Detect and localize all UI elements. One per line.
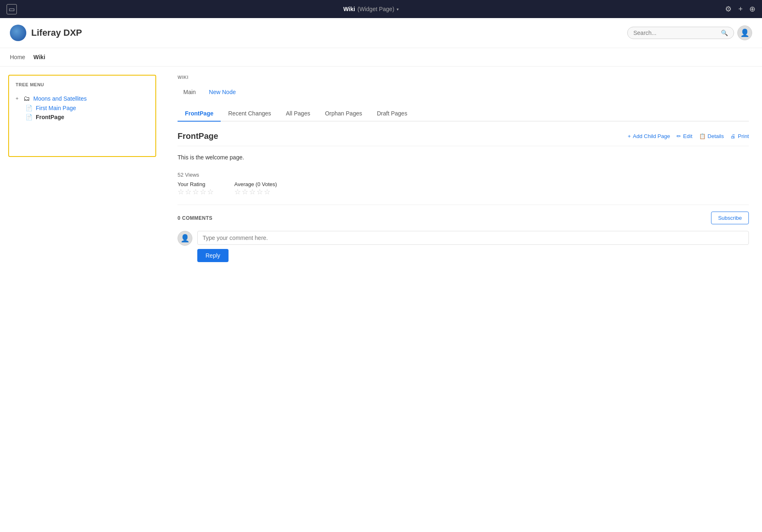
tab-frontpage[interactable]: FrontPage (178, 106, 221, 122)
brand-name: Liferay DXP (31, 28, 82, 38)
tab-orphan-pages[interactable]: Orphan Pages (318, 106, 369, 122)
folder-icon: 🗂 (23, 95, 30, 102)
details-label: Details (708, 133, 724, 139)
page-title: FrontPage (178, 131, 218, 141)
search-icon[interactable]: 🔍 (721, 30, 728, 36)
comments-count: 0 COMMENTS (178, 215, 212, 221)
edit-icon: ✏ (677, 133, 681, 139)
node-tabs: Main New Node (178, 86, 749, 98)
nav-wiki[interactable]: Wiki (33, 52, 45, 62)
tree-item-first-main[interactable]: 📄 First Main Page (25, 104, 149, 113)
average-rating-label: Average (0 Votes) (234, 181, 277, 187)
details-icon: 📋 (699, 133, 706, 139)
tab-draft-pages[interactable]: Draft Pages (369, 106, 415, 122)
search-input[interactable] (633, 30, 721, 36)
tab-recent-changes[interactable]: Recent Changes (221, 106, 278, 122)
tree-link-first-main[interactable]: First Main Page (36, 105, 76, 111)
nav-bar: Home Wiki (0, 48, 762, 67)
comment-input-box: Reply (197, 231, 749, 262)
wiki-content: WIKI Main New Node FrontPage Recent Chan… (164, 67, 762, 532)
page-title-row: FrontPage + Add Child Page ✏ Edit 📋 Deta… (178, 131, 749, 146)
views-count: 52 Views (178, 172, 749, 178)
tree-add-icon: + (16, 96, 18, 101)
page-tabs: FrontPage Recent Changes All Pages Orpha… (178, 106, 749, 122)
your-rating-label: Your Rating (178, 181, 215, 187)
header: Liferay DXP 🔍 👤 (0, 18, 762, 48)
print-icon: 🖨 (730, 133, 736, 139)
comment-input-row: 👤 Reply (178, 231, 749, 262)
top-bar-wiki-title: Wiki (343, 6, 355, 12)
tree-indent: 📄 First Main Page 📄 FrontPage (16, 104, 149, 122)
search-box: 🔍 (627, 27, 734, 39)
rating-row: Your Rating ☆☆☆☆☆ Average (0 Votes) ☆☆☆☆… (178, 181, 749, 196)
settings-icon[interactable]: ⚙ (725, 5, 732, 14)
page-content-text: This is the welcome page. (178, 153, 749, 162)
average-rating-stars[interactable]: ☆☆☆☆☆ (234, 187, 277, 196)
user-icon: 👤 (740, 28, 749, 37)
comment-input[interactable] (197, 231, 749, 245)
your-rating-stars[interactable]: ☆☆☆☆☆ (178, 187, 215, 196)
tree-menu-label: TREE MENU (16, 82, 149, 87)
target-icon[interactable]: ⊕ (749, 5, 755, 14)
details-link[interactable]: 📋 Details (699, 133, 724, 139)
wiki-section-label: WIKI (178, 75, 749, 80)
top-bar-dropdown-arrow[interactable]: ▾ (397, 7, 399, 12)
sidebar-toggle-button[interactable]: ▭ (7, 4, 17, 14)
add-child-label: Add Child Page (633, 133, 670, 139)
brand-logo (10, 25, 26, 41)
top-bar: ▭ Wiki (Widget Page) ▾ ⚙ + ⊕ (0, 0, 762, 18)
tree-link-moons[interactable]: Moons and Satellites (33, 95, 87, 102)
brand: Liferay DXP (10, 25, 82, 41)
add-child-icon: + (628, 133, 631, 139)
average-rating: Average (0 Votes) ☆☆☆☆☆ (234, 181, 277, 196)
file-icon-first: 📄 (25, 105, 32, 111)
tree-item-frontpage[interactable]: 📄 FrontPage (25, 113, 149, 122)
sidebar: TREE MENU + 🗂 Moons and Satellites 📄 Fir… (0, 67, 164, 532)
stats-section: 52 Views Your Rating ☆☆☆☆☆ Average (0 Vo… (178, 172, 749, 196)
tree-item-moons[interactable]: + 🗂 Moons and Satellites (16, 94, 149, 104)
print-label: Print (738, 133, 749, 139)
add-child-page-link[interactable]: + Add Child Page (628, 133, 670, 139)
tab-all-pages[interactable]: All Pages (279, 106, 318, 122)
edit-link[interactable]: ✏ Edit (677, 133, 692, 139)
node-tab-new-node[interactable]: New Node (203, 86, 241, 98)
file-icon-front: 📄 (25, 114, 32, 120)
print-link[interactable]: 🖨 Print (730, 133, 749, 139)
commenter-icon: 👤 (180, 234, 189, 243)
edit-label: Edit (683, 133, 692, 139)
tree-frontpage-label: FrontPage (36, 114, 64, 120)
nav-home[interactable]: Home (10, 52, 25, 62)
add-icon[interactable]: + (738, 5, 743, 14)
page-actions: + Add Child Page ✏ Edit 📋 Details 🖨 Prin… (628, 133, 749, 139)
header-search: 🔍 👤 (627, 25, 752, 40)
commenter-avatar: 👤 (178, 231, 192, 246)
comments-header: 0 COMMENTS Subscribe (178, 212, 749, 224)
main-layout: TREE MENU + 🗂 Moons and Satellites 📄 Fir… (0, 67, 762, 532)
reply-button[interactable]: Reply (197, 249, 229, 262)
node-tab-main[interactable]: Main (178, 86, 201, 98)
your-rating: Your Rating ☆☆☆☆☆ (178, 181, 215, 196)
user-avatar[interactable]: 👤 (737, 25, 752, 40)
top-bar-widget-page: (Widget Page) (358, 6, 394, 12)
subscribe-button[interactable]: Subscribe (711, 212, 749, 224)
comments-section: 0 COMMENTS Subscribe 👤 Reply (178, 205, 749, 262)
tree-menu-box: TREE MENU + 🗂 Moons and Satellites 📄 Fir… (8, 75, 156, 157)
